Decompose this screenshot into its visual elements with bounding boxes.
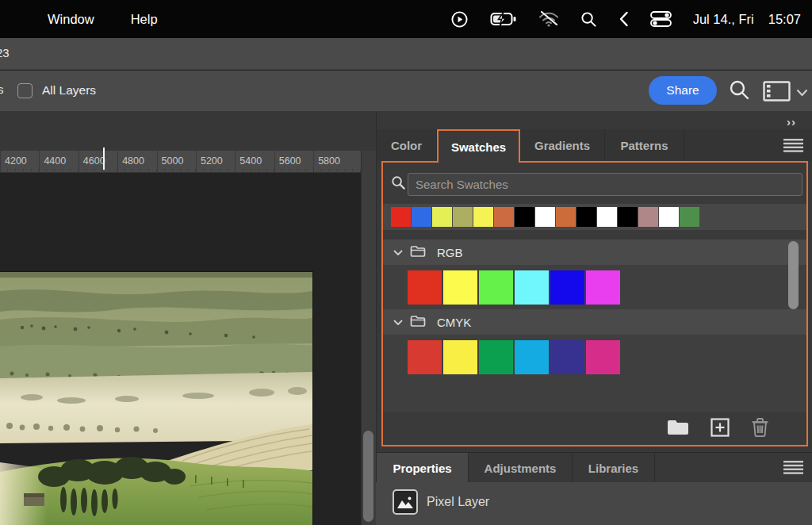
truncated-option-label: s xyxy=(0,82,4,96)
document-title-bar: 23 xyxy=(0,38,812,70)
menu-bar: Window Help Jul 14., Fri 15:07 xyxy=(0,0,812,38)
swatch[interactable] xyxy=(556,207,576,227)
tab-adjustments[interactable]: Adjustments xyxy=(469,453,573,483)
swatches-action-bar xyxy=(383,412,806,445)
swatch[interactable] xyxy=(515,340,549,374)
ruler-tick-label: 5400 xyxy=(235,151,274,172)
swatch-group-name: CMYK xyxy=(437,316,471,329)
swatch[interactable] xyxy=(391,207,411,227)
swatch-group-cmyk-row xyxy=(383,335,806,379)
recent-swatches-row xyxy=(391,207,699,227)
options-search-icon[interactable] xyxy=(729,79,750,104)
search-icon xyxy=(391,175,406,194)
swatch-group-header-rgb[interactable]: RGB xyxy=(383,240,806,265)
swatch[interactable] xyxy=(550,340,584,374)
swatch[interactable] xyxy=(550,270,584,305)
swatch[interactable] xyxy=(432,207,452,227)
swatch[interactable] xyxy=(479,340,513,374)
swatch-group-name: RGB xyxy=(437,246,463,259)
swatch[interactable] xyxy=(659,207,679,227)
status-area: Jul 14., Fri 15:07 xyxy=(450,10,812,29)
swatch[interactable] xyxy=(494,207,514,227)
swatch[interactable] xyxy=(479,270,513,305)
swatch[interactable] xyxy=(408,270,442,305)
swatch[interactable] xyxy=(408,340,442,374)
all-layers-label: All Layers xyxy=(42,83,96,98)
swatch[interactable] xyxy=(515,207,534,227)
tab-color[interactable]: Color xyxy=(376,129,437,161)
swatches-tab-bar: Color Swatches Gradients Patterns xyxy=(376,129,812,161)
swatch[interactable] xyxy=(515,270,549,305)
record-icon[interactable] xyxy=(450,10,469,29)
layer-type-label: Pixel Layer xyxy=(427,495,489,509)
swatch[interactable] xyxy=(576,207,596,227)
ruler-tick-label: 5200 xyxy=(196,151,235,172)
tab-libraries[interactable]: Libraries xyxy=(573,453,655,483)
swatch[interactable] xyxy=(586,270,620,305)
properties-panel-menu-icon[interactable] xyxy=(783,461,803,477)
delete-trash-icon[interactable] xyxy=(751,417,769,440)
document-image[interactable] xyxy=(0,272,312,525)
battery-charging-icon[interactable] xyxy=(490,12,517,26)
chevron-down-icon[interactable] xyxy=(393,245,403,259)
horizontal-ruler: 420044004600480050005200540056005800 xyxy=(0,151,361,173)
swatch[interactable] xyxy=(680,207,699,227)
swatch[interactable] xyxy=(412,207,431,227)
properties-tab-bar: Properties Adjustments Libraries xyxy=(376,452,812,482)
ruler-tick-label: 5600 xyxy=(274,151,313,172)
search-swatches-input[interactable] xyxy=(408,173,802,196)
swatch[interactable] xyxy=(453,207,473,227)
folder-icon xyxy=(410,245,426,260)
chevron-left-icon[interactable] xyxy=(619,11,629,27)
menubar-clock[interactable]: Jul 14., Fri 15:07 xyxy=(693,12,801,27)
ruler-tick-label: 5000 xyxy=(157,151,196,172)
pixel-layer-thumbnail-icon xyxy=(393,489,418,515)
swatch-search-row xyxy=(383,163,806,204)
tab-properties[interactable]: Properties xyxy=(376,453,469,483)
ruler-cursor-indicator xyxy=(103,148,105,170)
workspace-panel-icon[interactable] xyxy=(763,81,791,105)
tab-patterns[interactable]: Patterns xyxy=(605,129,684,161)
swatch[interactable] xyxy=(443,340,477,374)
canvas-scrollbar-thumb[interactable] xyxy=(363,431,373,522)
menu-help[interactable]: Help xyxy=(131,12,158,27)
ruler-tick-label: 4800 xyxy=(117,151,156,172)
swatch-group-rgb-row xyxy=(383,265,806,309)
menubar-date: Jul 14., Fri xyxy=(693,12,754,27)
swatch[interactable] xyxy=(535,207,555,227)
new-group-folder-icon[interactable] xyxy=(667,419,689,439)
properties-content: Pixel Layer xyxy=(376,482,812,525)
swatch-list-empty-area xyxy=(383,379,806,412)
menu-window[interactable]: Window xyxy=(48,12,94,27)
chevron-down-icon[interactable] xyxy=(796,86,808,100)
search-icon[interactable] xyxy=(580,11,597,28)
recent-swatches-strip xyxy=(383,204,806,230)
all-layers-checkbox[interactable] xyxy=(17,83,33,98)
control-center-icon[interactable] xyxy=(650,11,672,27)
swatch[interactable] xyxy=(618,207,638,227)
ruler-tick-label: 4600 xyxy=(79,151,117,172)
ruler-tick-label: 4400 xyxy=(39,151,78,172)
document-title: 23 xyxy=(0,46,10,59)
swatch[interactable] xyxy=(473,207,493,227)
swatch[interactable] xyxy=(586,340,620,374)
ruler-tick-label: 4200 xyxy=(0,151,39,172)
swatches-panel: RGB CMYK xyxy=(381,161,808,446)
new-swatch-plus-icon[interactable] xyxy=(710,418,730,440)
swatch[interactable] xyxy=(597,207,617,227)
ruler-tick-label: 5800 xyxy=(313,151,352,172)
swatch-group-header-cmyk[interactable]: CMYK xyxy=(383,309,806,335)
wifi-off-icon[interactable] xyxy=(538,10,559,28)
tab-gradients[interactable]: Gradients xyxy=(520,129,605,161)
swatch[interactable] xyxy=(443,270,477,305)
swatches-scrollbar-thumb[interactable] xyxy=(788,241,799,309)
chevron-down-icon[interactable] xyxy=(393,315,403,329)
share-button[interactable]: Share xyxy=(649,76,717,105)
swatches-panel-menu-icon[interactable] xyxy=(783,139,803,155)
menubar-time: 15:07 xyxy=(768,12,801,27)
folder-icon xyxy=(410,315,426,330)
dock-collapse-chevrons[interactable]: ›› xyxy=(787,115,796,128)
tab-swatches[interactable]: Swatches xyxy=(437,129,520,163)
swatch[interactable] xyxy=(638,207,658,227)
